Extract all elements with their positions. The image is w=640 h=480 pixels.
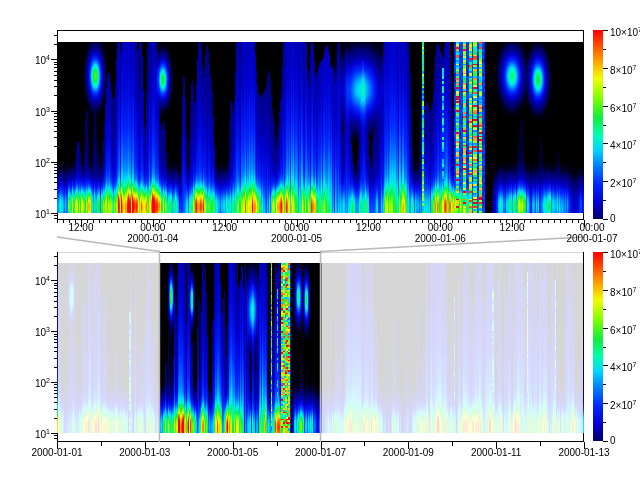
overview-y-tick-label: 101 <box>4 426 50 440</box>
overview-x-tick-date: 2000-01-09 <box>383 447 434 458</box>
detail-y-tick-label: 104 <box>4 52 50 66</box>
overview-x-tick-date: 2000-01-07 <box>295 447 346 458</box>
detail-x-tick-time: 12:00 <box>68 222 93 233</box>
detail-y-tick-label: 102 <box>4 155 50 169</box>
detail-x-tick-date: 2000-01-04 <box>127 233 178 244</box>
detail-x-tick-time: 00:00 <box>428 222 453 233</box>
detail-y-tick-label: 101 <box>4 206 50 220</box>
overview-x-tick-date: 2000-01-03 <box>119 447 170 458</box>
zoom-selection-window[interactable] <box>160 251 321 442</box>
overview-y-tick-label: 104 <box>4 273 50 287</box>
overview-y-tick-label: 102 <box>4 375 50 389</box>
overview-x-tick-date: 2000-01-01 <box>31 447 82 458</box>
detail-x-tick-date: 2000-01-07 <box>566 233 617 244</box>
overview-colorbar-tick-label: 4×107 <box>610 359 636 373</box>
detail-x-tick-time: 00:00 <box>140 222 165 233</box>
detail-colorbar-tick-label: 4×107 <box>610 137 636 151</box>
detail-colorbar-tick-label: 10×107 <box>610 24 640 38</box>
overview-colorbar-tick-label: 0 <box>610 435 616 446</box>
overview-colorbar <box>593 252 603 441</box>
dual-spectrogram-figure: 12:0000:002000-01-0412:0000:002000-01-05… <box>0 0 640 480</box>
detail-colorbar-tick-label: 8×107 <box>610 62 636 76</box>
overview-y-tick-label: 103 <box>4 324 50 338</box>
overview-colorbar-tick-label: 10×107 <box>610 246 640 260</box>
overview-colorbar-tick-label: 6×107 <box>610 322 636 336</box>
detail-x-tick-time: 12:00 <box>212 222 237 233</box>
detail-x-tick-time: 00:00 <box>284 222 309 233</box>
detail-colorbar-tick-label: 6×107 <box>610 100 636 114</box>
detail-colorbar <box>593 30 603 219</box>
detail-plot-area[interactable] <box>57 30 584 220</box>
detail-x-tick-date: 2000-01-05 <box>271 233 322 244</box>
detail-x-tick-date: 2000-01-06 <box>415 233 466 244</box>
overview-x-tick-date: 2000-01-05 <box>207 447 258 458</box>
detail-x-tick-time: 00:00 <box>579 222 604 233</box>
overview-x-tick-date: 2000-01-11 <box>471 447 521 458</box>
detail-x-tick-time: 12:00 <box>356 222 381 233</box>
detail-x-tick-time: 12:00 <box>500 222 525 233</box>
detail-colorbar-tick-label: 2×107 <box>610 175 636 189</box>
overview-colorbar-tick-label: 2×107 <box>610 397 636 411</box>
overview-colorbar-tick-label: 8×107 <box>610 284 636 298</box>
detail-colorbar-tick-label: 0 <box>610 213 616 224</box>
overview-x-tick-date: 2000-01-13 <box>558 447 609 458</box>
detail-y-tick-label: 103 <box>4 104 50 118</box>
